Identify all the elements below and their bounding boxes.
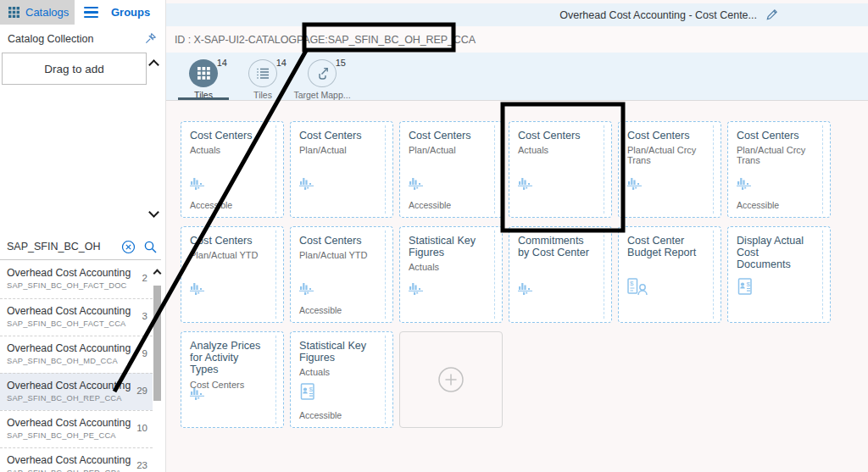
catalog-tile[interactable]: Cost Center Budget Report$	[618, 226, 721, 323]
catalog-item-count: 3	[142, 311, 147, 321]
catalog-item-title: Overhead Cost Accounting -...	[7, 342, 131, 354]
add-tile-button[interactable]	[399, 331, 503, 428]
tile-title: Cost Center Budget Report	[627, 235, 705, 258]
tab-target-mappings[interactable]: 15 Target Mapp...	[297, 53, 348, 100]
catalogs-tab[interactable]: Catalogs	[0, 0, 75, 25]
catalog-list-item[interactable]: Overhead Cost Accounting -...SAP_SFIN_BC…	[0, 261, 153, 298]
catalog-item-count: 23	[136, 460, 147, 470]
catalog-tile[interactable]: Commitments by Cost Center	[509, 226, 612, 323]
tile-title: Statistical Key Figures	[299, 340, 377, 364]
catalog-list-item[interactable]: Overhead Cost Accounting -...SAP_SFIN_BC…	[0, 447, 153, 472]
catalog-item-count: 9	[142, 348, 147, 358]
catalog-tile[interactable]: Statistical Key FiguresActuals$Accessibl…	[290, 331, 393, 428]
accessible-label: Accessible	[299, 305, 342, 315]
budget-report-icon: $	[627, 278, 648, 296]
tile-title: Cost Centers	[518, 130, 596, 142]
expand-chevron-icon[interactable]	[148, 207, 159, 218]
pin-icon[interactable]	[144, 32, 157, 45]
catalog-tile[interactable]: Display Actual Cost Documents$	[727, 226, 831, 323]
catalog-item-title: Overhead Cost Accounting -...	[7, 380, 131, 391]
accessible-label: Accessible	[409, 200, 451, 210]
catalog-item-id: SAP_SFIN_BC_OH_FACT_CCA	[7, 319, 131, 328]
catalog-item-id: SAP_SFIN_BC_OH_REP_CCA	[7, 394, 131, 403]
catalog-tile[interactable]: Cost CentersPlan/Actual	[290, 121, 393, 218]
tab-tiles-grid[interactable]: 14 Tiles	[178, 53, 229, 100]
tile-title: Cost Centers	[190, 130, 268, 142]
catalog-tile[interactable]: Cost CentersPlan/Actual YTDAccessible	[290, 226, 393, 323]
menu-icon[interactable]	[84, 0, 104, 25]
scroll-up-icon[interactable]	[153, 269, 162, 278]
tab-tiles-list[interactable]: 14 Tiles	[237, 53, 288, 100]
catalog-results-list: Overhead Cost Accounting -...SAP_SFIN_BC…	[0, 261, 153, 472]
bar-chart-icon	[299, 281, 317, 296]
add-icon	[437, 366, 465, 393]
tab-count-badge: 14	[276, 58, 287, 68]
bar-chart-icon	[409, 281, 426, 296]
catalog-list-item[interactable]: Overhead Cost Accounting -...SAP_SFIN_BC…	[0, 336, 153, 373]
bar-chart-icon	[299, 176, 317, 191]
tile-subtitle: Plan/Actual Crcy Trans	[737, 145, 815, 165]
catalog-list-item[interactable]: Overhead Cost Accounting -...SAP_SFIN_BC…	[0, 410, 153, 447]
catalogs-sidebar: Catalogs Groups Catalog Collection Drag …	[0, 0, 166, 472]
tile-subtitle: Plan/Actual	[409, 145, 487, 155]
cost-document-icon: $	[299, 383, 316, 401]
tile-title: Cost Centers	[737, 130, 815, 142]
catalog-item-title: Overhead Cost Accounting -...	[7, 454, 131, 466]
catalog-tile[interactable]: Cost CentersActuals	[509, 121, 612, 218]
catalog-item-count: 29	[136, 386, 147, 396]
catalog-tile[interactable]: Analyze Prices for Activity TypesCost Ce…	[181, 331, 284, 428]
search-input[interactable]	[7, 238, 114, 255]
catalogs-tab-label: Catalogs	[25, 6, 69, 19]
catalog-item-title: Overhead Cost Accounting -...	[7, 417, 131, 429]
bar-chart-icon	[518, 281, 536, 296]
pencil-icon	[765, 8, 778, 21]
drag-to-add-dropzone[interactable]: Drag to add	[2, 53, 147, 85]
bar-chart-icon	[190, 386, 208, 401]
tile-subtitle: Actuals	[190, 145, 268, 155]
catalog-tile[interactable]: Cost CentersPlan/Actual Crcy TransAccess…	[727, 121, 831, 218]
bar-chart-icon	[627, 176, 645, 191]
catalog-item-count: 2	[142, 273, 147, 283]
tile-title: Statistical Key Figures	[409, 235, 487, 258]
tab-label: Tiles	[253, 90, 272, 100]
target-mapping-icon	[315, 66, 330, 81]
edit-title-button[interactable]	[765, 8, 778, 21]
tile-subtitle: Actuals	[518, 145, 596, 155]
catalog-item-id: SAP_SFIN_BC_OH_PER_GPA	[7, 469, 131, 472]
tile-title: Display Actual Cost Documents	[737, 235, 815, 271]
catalog-tile[interactable]: Cost CentersPlan/ActualAccessible	[399, 121, 503, 218]
tile-subtitle: Actuals	[299, 367, 377, 377]
catalog-item-id: SAP_SFIN_BC_OH_PE_CCA	[7, 431, 131, 440]
catalog-collection-label: Catalog Collection	[8, 33, 93, 45]
tile-subtitle: Actuals	[409, 262, 487, 272]
accessible-label: Accessible	[299, 410, 342, 420]
bar-chart-icon	[737, 176, 754, 191]
catalog-list-item[interactable]: Overhead Cost Accounting -...SAP_SFIN_BC…	[0, 298, 153, 336]
tile-title: Cost Centers	[299, 235, 377, 247]
catalog-item-title: Overhead Cost Accounting -...	[7, 267, 131, 279]
svg-text:$: $	[630, 280, 634, 287]
svg-text:$: $	[747, 280, 751, 288]
catalog-tile[interactable]: Cost CentersActualsAccessible	[181, 121, 284, 218]
svg-text:$: $	[309, 386, 314, 393]
collapse-chevron-icon[interactable]	[148, 59, 159, 70]
tab-label: Target Mapp...	[293, 90, 350, 100]
catalog-list-item[interactable]: Overhead Cost Accounting -...SAP_SFIN_BC…	[0, 373, 153, 410]
clear-search-icon[interactable]	[121, 240, 136, 254]
search-icon[interactable]	[143, 240, 158, 254]
tab-count-badge: 15	[336, 58, 346, 68]
tile-title: Cost Centers	[627, 130, 705, 142]
groups-tab[interactable]: Groups	[111, 0, 150, 25]
catalog-id: ID : X-SAP-UI2-CATALOGPAGE:SAP_SFIN_BC_O…	[166, 26, 868, 53]
catalog-tile[interactable]: Cost CentersPlan/Actual YTD	[181, 226, 284, 323]
catalog-tile[interactable]: Cost CentersPlan/Actual Crcy Trans	[618, 121, 721, 218]
cost-document-icon: $	[737, 278, 754, 296]
scrollbar-thumb[interactable]	[153, 286, 161, 401]
catalog-tile[interactable]: Statistical Key FiguresActuals	[399, 226, 503, 323]
tile-title: Commitments by Cost Center	[518, 235, 596, 258]
page-title: Overhead Cost Accounting - Cost Cente...	[559, 9, 757, 21]
bar-chart-icon	[190, 176, 208, 191]
catalog-item-id: SAP_SFIN_BC_OH_MD_CCA	[7, 357, 131, 365]
accessible-label: Accessible	[190, 200, 232, 210]
tile-title: Analyze Prices for Activity Types	[190, 340, 268, 376]
